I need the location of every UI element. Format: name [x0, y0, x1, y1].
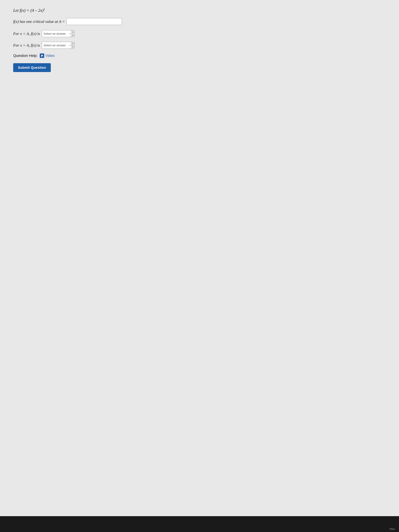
condition2-spinner-buttons[interactable]: ▲ ▼	[71, 42, 74, 49]
condition2-spinner-down[interactable]: ▼	[71, 45, 74, 49]
video-link[interactable]: Video	[40, 53, 55, 58]
condition1-label: For x < A, f(x) is	[13, 32, 40, 36]
condition1-select-wrapper[interactable]: Select an answer increasing decreasing c…	[42, 30, 74, 37]
condition1-line: For x < A, f(x) is Select an answer incr…	[13, 30, 132, 37]
video-icon	[40, 53, 44, 58]
formula-display: Let f(x) = (4 – 2x)5	[13, 8, 132, 13]
help-label: Question Help:	[13, 54, 38, 58]
condition1-spinner-buttons[interactable]: ▲ ▼	[71, 30, 74, 37]
help-line: Question Help: Video	[13, 53, 132, 58]
condition2-spinner-up[interactable]: ▲	[71, 42, 74, 45]
condition1-spinner-up[interactable]: ▲	[71, 30, 74, 34]
bottom-bar: Mac	[0, 516, 399, 532]
question-block: Let f(x) = (4 – 2x)5 f(x) has one critic…	[13, 8, 132, 72]
critical-value-input[interactable]	[66, 18, 122, 25]
submit-button[interactable]: Submit Question	[13, 63, 51, 72]
main-content: Let f(x) = (4 – 2x)5 f(x) has one critic…	[0, 0, 399, 516]
critical-value-label: f(x) has one critical value at A =	[13, 19, 65, 24]
video-label: Video	[45, 54, 55, 58]
condition1-select[interactable]: Select an answer increasing decreasing c…	[42, 30, 71, 37]
critical-value-line: f(x) has one critical value at A =	[13, 18, 132, 25]
condition2-label: For x > A, f(x) is	[13, 43, 40, 48]
condition2-select[interactable]: Select an answer increasing decreasing c…	[42, 42, 71, 49]
mac-label: Mac	[390, 527, 395, 531]
condition1-spinner-down[interactable]: ▼	[71, 34, 74, 37]
condition2-select-wrapper[interactable]: Select an answer increasing decreasing c…	[42, 42, 74, 49]
condition2-line: For x > A, f(x) is Select an answer incr…	[13, 42, 132, 49]
